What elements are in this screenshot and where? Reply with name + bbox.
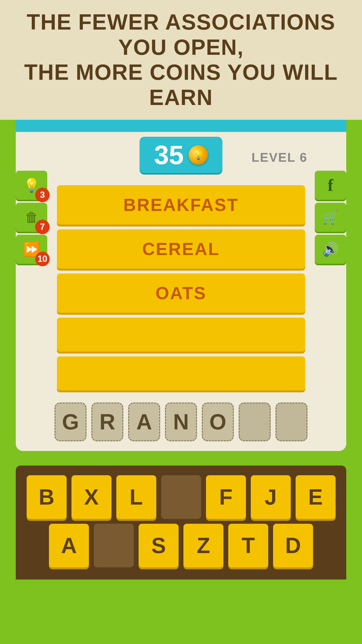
association-5[interactable]	[57, 356, 305, 390]
tile-6[interactable]	[239, 402, 271, 441]
key-T[interactable]: T	[228, 524, 268, 568]
coin-counter: 35	[140, 137, 222, 173]
key-S[interactable]: S	[139, 524, 179, 568]
association-2[interactable]: CEREAL	[57, 230, 305, 269]
top-banner: THE FEWER ASSOCIATIONS YOU OPEN, THE MOR…	[0, 0, 362, 120]
association-1[interactable]: BREAKFAST	[57, 185, 305, 224]
key-X[interactable]: X	[71, 475, 111, 519]
tile-1[interactable]: G	[54, 402, 86, 441]
key-J[interactable]: J	[251, 475, 291, 519]
level-label: LEVEL 6	[252, 150, 308, 165]
coin-icon	[189, 145, 208, 165]
coin-count: 35	[154, 142, 184, 168]
key-D[interactable]: D	[273, 524, 313, 568]
letter-tiles: G R A N O	[54, 402, 308, 441]
tile-3[interactable]: A	[128, 402, 160, 441]
key-empty2-1	[94, 524, 134, 568]
tile-4[interactable]: N	[165, 402, 197, 441]
associations-list: BREAKFAST CEREAL OATS	[16, 185, 346, 390]
key-L[interactable]: L	[116, 475, 156, 519]
tile-7[interactable]	[276, 402, 308, 441]
tile-5[interactable]: O	[202, 402, 234, 441]
game-area: 35 LEVEL 6 💡 3 🗑 7 ⏩ 10 f 🛒 🔊 BR	[16, 132, 346, 451]
key-empty-3	[161, 475, 201, 519]
key-E[interactable]: E	[296, 475, 336, 519]
tile-2[interactable]: R	[91, 402, 123, 441]
key-A[interactable]: A	[49, 524, 89, 568]
banner-text: THE FEWER ASSOCIATIONS YOU OPEN, THE MOR…	[14, 10, 348, 110]
key-Z[interactable]: Z	[183, 524, 223, 568]
keyboard-row-1: BXLFJE	[25, 475, 337, 519]
association-3[interactable]: OATS	[57, 274, 305, 313]
keyboard-area: BXLFJE ASZTD	[16, 466, 346, 580]
association-4[interactable]	[57, 318, 305, 352]
key-B[interactable]: B	[27, 475, 67, 519]
keyboard-row-2: ASZTD	[25, 524, 337, 568]
teal-stripe	[16, 120, 346, 132]
game-header: 35 LEVEL 6	[16, 139, 346, 176]
key-F[interactable]: F	[206, 475, 246, 519]
